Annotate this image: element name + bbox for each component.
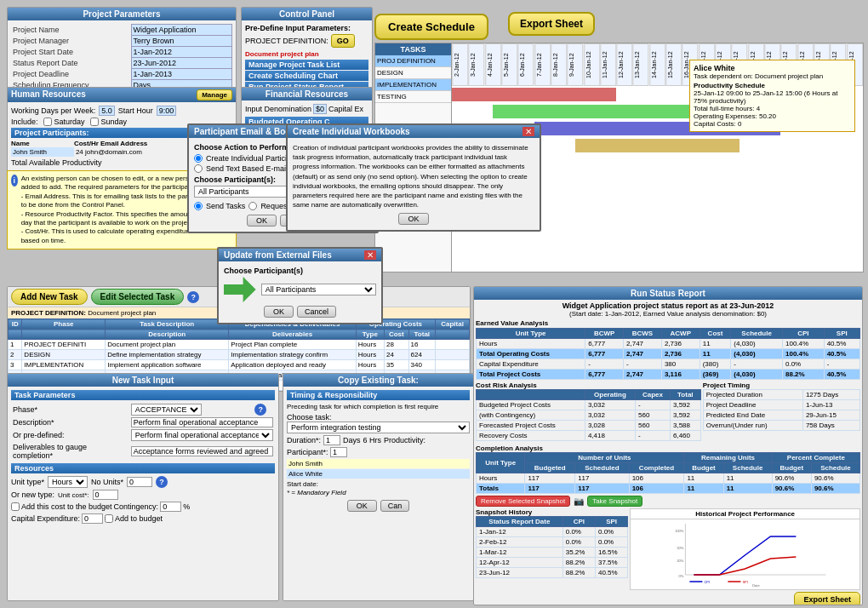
alice-sched-detail: 25-Jan-12 09:00 to 25-Jan-12 15:00 (6 Ho… [694, 89, 851, 105]
gantt-date-header: 2-Jan-12 [452, 43, 468, 86]
task-help-icon[interactable]: ? [187, 291, 199, 303]
predefined-select[interactable]: Perform final operational acceptance [131, 429, 273, 441]
sh-row-2[interactable]: 2-Feb-120.0%0.0% [477, 537, 628, 548]
sh-c-1: 0.0% [562, 527, 595, 537]
capital-input[interactable] [82, 513, 103, 524]
sh-d-2: 2-Feb-12 [477, 537, 563, 548]
ca-bud-2: 117 [525, 484, 575, 494]
project-name-value[interactable]: Widget Application [131, 25, 232, 36]
create-workbooks-radio[interactable] [194, 154, 203, 163]
add-to-budget-checkbox[interactable] [11, 502, 20, 511]
edit-selected-task-button[interactable]: Edit Selected Task [91, 289, 185, 305]
input-denom-value[interactable]: $0 [313, 104, 327, 114]
cr-row-2: (with Contingency) 3,032 560 3,592 [477, 410, 701, 421]
external-files-header: Update from External Files ✕ [219, 249, 381, 261]
sh-row-1[interactable]: 1-Jan-120.0%0.0% [477, 527, 628, 537]
no-units-help[interactable]: ? [156, 476, 168, 488]
request-progress-radio[interactable] [248, 202, 257, 210]
timing-label: Timing & Responsibility [287, 390, 470, 400]
sh-row-5[interactable]: 23-Jun-1288.2%40.5% [477, 568, 628, 578]
unit-type-select[interactable]: Hours [48, 476, 88, 488]
no-units-input[interactable] [127, 477, 152, 487]
task-phase-3: IMPLEMENTATION [22, 360, 106, 370]
phase-help-icon[interactable]: ? [254, 404, 266, 416]
participant-selected-display[interactable]: Alice White [287, 469, 470, 479]
task-cap-3 [436, 360, 470, 370]
go-button[interactable]: GO [331, 34, 355, 48]
working-days-value[interactable]: 5.0 [99, 106, 115, 116]
individual-workbooks-header: Create Individual Workbooks ✕ [288, 125, 540, 138]
ev-spi-2: 40.5% [824, 349, 859, 359]
take-snapshot-button[interactable]: Take Snapshot [587, 496, 642, 507]
add-new-task-button[interactable]: Add New Task [11, 289, 88, 305]
sunday-checkbox[interactable] [90, 118, 99, 126]
copy-task-ok-button[interactable]: OK [347, 500, 377, 512]
gantt-date-header: 10-Jan-12 [584, 43, 600, 86]
col-desc2: Description [106, 330, 229, 340]
choose-task-select[interactable]: Perform integration testing [287, 422, 470, 433]
info-icon: i [11, 175, 18, 186]
task-phase-1: PROJECT DEFINITI [22, 340, 106, 350]
add-to-budget2-checkbox[interactable] [105, 514, 113, 523]
ev-sched-2: (4,030) [731, 349, 783, 359]
external-participants-select[interactable]: All Participants [261, 284, 376, 295]
cr-op-1: 3,032 [585, 400, 635, 410]
send-email-radio[interactable] [194, 164, 203, 173]
cr-col-label [477, 390, 585, 400]
participant-input[interactable] [330, 447, 347, 457]
add-to-budget-label: Add this cost to the budget [21, 502, 112, 511]
new-task-header: New Task Input [8, 374, 278, 387]
external-files-cancel-button[interactable]: Cancel [297, 306, 336, 318]
status-date-value[interactable]: 23-Jun-2012 [131, 58, 232, 69]
workbooks-ok-button[interactable]: OK [398, 213, 428, 225]
start-date-value[interactable]: 1-Jan-2012 [131, 47, 232, 58]
project-manager-value[interactable]: Terry Brown [131, 36, 232, 47]
export-sheet-top-button[interactable]: Export Sheet [508, 12, 595, 36]
participant-email-ok-button[interactable]: OK [247, 215, 277, 227]
duration-input[interactable] [323, 435, 340, 445]
send-tasks-radio[interactable] [194, 202, 203, 210]
external-files-ok-button[interactable]: OK [264, 306, 294, 318]
export-sheet-status-button[interactable]: Export Sheet [794, 592, 860, 605]
ev-acwp-3: 380 [661, 359, 700, 370]
workbooks-close-button[interactable]: ✕ [523, 127, 534, 136]
historical-chart: Historical Project Performance [630, 508, 860, 590]
saturday-checkbox-label[interactable]: Saturday [43, 118, 85, 126]
copy-task-cancel-button[interactable]: Can [380, 500, 410, 512]
cr-row-3: Forecasted Project Costs 3,028 560 3,588 [477, 421, 701, 431]
ev-bcws-4: 2,747 [624, 370, 662, 380]
green-arrow-icon [224, 277, 256, 302]
alice-task: Task dependent on: Document project plan [694, 72, 851, 80]
task-row-1[interactable]: 1 PROJECT DEFINITI Document project plan… [9, 340, 470, 350]
sh-date-h: Status Report Date [477, 517, 563, 527]
status-date-label: Status Report Date [11, 58, 131, 69]
saturday-checkbox[interactable] [43, 118, 52, 126]
start-hour-value[interactable]: 9:00 [157, 106, 177, 116]
sh-row-3[interactable]: 1-Mar-1235.2%16.5% [477, 548, 628, 558]
unit-cost-input[interactable] [93, 490, 118, 500]
create-schedule-button[interactable]: Create Schedule [374, 14, 488, 40]
manage-task-list-btn[interactable]: Manage Project Task List [245, 60, 368, 70]
task-row-3[interactable]: 3 IMPLEMENTATION Implement application s… [9, 360, 470, 370]
phase-select[interactable]: ACCEPTANCE [131, 404, 202, 416]
sh-row-4[interactable]: 12-Apr-1288.2%37.5% [477, 558, 628, 568]
desc-input[interactable] [131, 417, 273, 427]
hr-manage-btn[interactable]: Manage [197, 89, 232, 100]
remove-snapshot-button[interactable]: Remove Selected Snapshot [476, 496, 570, 507]
sh-d-4: 12-Apr-12 [477, 558, 563, 568]
col-total: Total [408, 330, 436, 340]
ev-bcws-3: - [624, 359, 662, 370]
capital-exp-label: Capital Expenditure: [11, 514, 80, 523]
deliverables-input[interactable] [131, 446, 273, 456]
deadline-value[interactable]: 1-Jan-2013 [131, 69, 232, 80]
contingency-input[interactable] [160, 502, 181, 512]
sunday-checkbox-label[interactable]: Sunday [90, 118, 128, 126]
ca-type-1: Hours [477, 473, 525, 484]
ev-acwp-4: 3,116 [661, 370, 700, 380]
external-files-close-button[interactable]: ✕ [364, 250, 376, 260]
pt-val-2: 1-Jun-13 [802, 400, 859, 410]
task-row-2[interactable]: 2 DESIGN Define implementation strategy … [9, 350, 470, 360]
create-scheduling-chart-btn[interactable]: Create Scheduling Chart [245, 71, 368, 81]
phase-label: Phase* [11, 403, 129, 416]
project-manager-label: Project Manager [11, 36, 131, 47]
